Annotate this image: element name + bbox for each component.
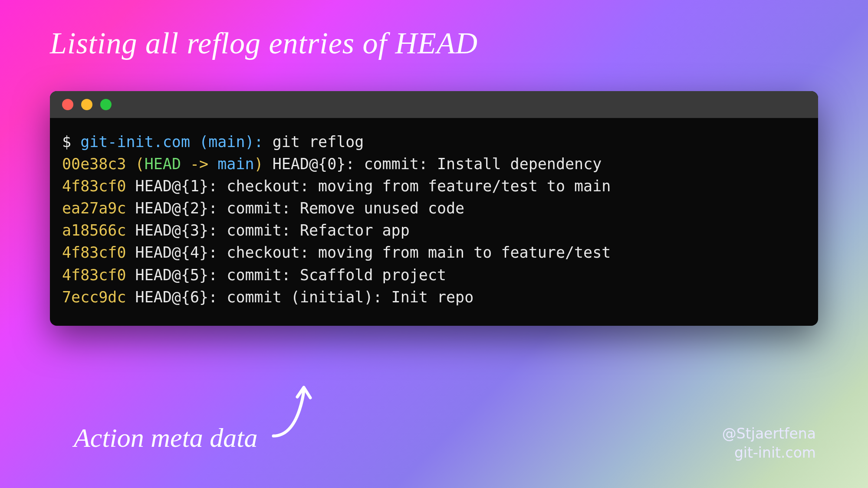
reflog-line: 00e38c3 (HEAD -> main) HEAD@{0}: commit:… [62,153,806,175]
branch-name: main [217,155,254,173]
commit-hash: ea27a9c [62,200,126,217]
credits: @Stjaertfena git-init.com [722,424,816,463]
commit-hash: 4f83cf0 [62,266,126,284]
reflog-message: HEAD@{1}: checkout: moving from feature/… [126,177,611,195]
close-icon[interactable] [62,99,73,110]
head-ref: HEAD [145,155,181,173]
reflog-message: HEAD@{2}: commit: Remove unused code [126,200,465,217]
minimize-icon[interactable] [81,99,92,110]
commit-hash: 4f83cf0 [62,244,126,261]
prompt-colon: : [254,133,263,151]
reflog-message: HEAD@{6}: commit (initial): Init repo [126,288,474,306]
paren-open: ( [135,155,145,173]
commit-hash: a18566c [62,222,126,239]
commit-hash: 7ecc9dc [62,288,126,306]
terminal-titlebar [50,91,818,118]
annotation-arrow-icon [269,384,321,445]
annotation-label: Action meta data [74,422,258,453]
prompt-branch-close: ) [245,133,254,151]
reflog-line: 4f83cf0 HEAD@{1}: checkout: moving from … [62,175,806,197]
reflog-output: 00e38c3 (HEAD -> main) HEAD@{0}: commit:… [62,153,806,308]
reflog-line: 4f83cf0 HEAD@{5}: commit: Scaffold proje… [62,264,806,286]
reflog-message: HEAD@{5}: commit: Scaffold project [126,266,447,284]
slide-title: Listing all reflog entries of HEAD [50,26,478,61]
credits-handle: @Stjaertfena [722,424,816,444]
commit-hash: 4f83cf0 [62,177,126,195]
credits-site: git-init.com [722,443,816,463]
command: git reflog [273,133,364,151]
prompt-line: $ git-init.com (main): git reflog [62,131,806,153]
reflog-line: 4f83cf0 HEAD@{4}: checkout: moving from … [62,242,806,264]
reflog-message: HEAD@{4}: checkout: moving from main to … [126,244,611,261]
maximize-icon[interactable] [100,99,112,110]
prompt-branch-open: ( [199,133,208,151]
terminal-window: $ git-init.com (main): git reflog 00e38c… [50,91,818,326]
reflog-line: a18566c HEAD@{3}: commit: Refactor app [62,219,806,242]
reflog-line: ea27a9c HEAD@{2}: commit: Remove unused … [62,197,806,219]
reflog-message: HEAD@{0}: commit: Install dependency [263,155,602,173]
reflog-message: HEAD@{3}: commit: Refactor app [126,222,410,239]
prompt-dollar: $ [62,133,71,151]
arrow: -> [181,155,217,173]
prompt-host: git-init.com [80,133,190,151]
terminal-body: $ git-init.com (main): git reflog 00e38c… [50,118,818,326]
prompt-branch: main [208,133,245,151]
reflog-line: 7ecc9dc HEAD@{6}: commit (initial): Init… [62,286,806,308]
commit-hash: 00e38c3 [62,155,126,173]
paren-close: ) [254,155,263,173]
